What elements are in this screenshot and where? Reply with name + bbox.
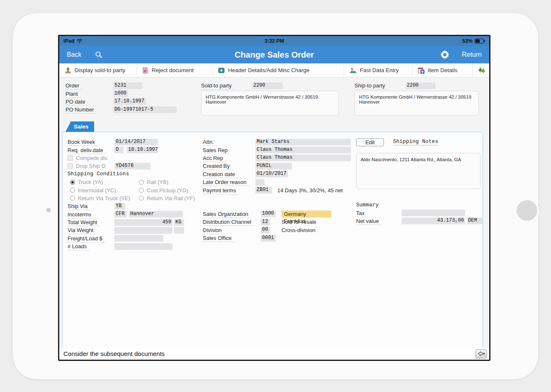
back-button[interactable]: Back (67, 51, 82, 58)
radio-label: Rail (YB) (147, 179, 168, 185)
tab-sales[interactable]: Sales (66, 121, 94, 132)
incoterms-value-field[interactable]: Hannover (129, 211, 183, 218)
wifi-icon (76, 39, 83, 44)
undo-back-button[interactable] (476, 349, 487, 358)
front-camera (46, 208, 51, 212)
net-value-label: Net value (356, 218, 382, 225)
gear-icon[interactable] (440, 50, 449, 59)
sales-office-code-field[interactable]: 0001 (261, 235, 276, 242)
app-window: iPad 3:32 PM 52% Back Change Sales Order (59, 36, 489, 360)
radio-label: Intermodal (YC) (78, 187, 116, 194)
tax-field[interactable] (402, 210, 465, 216)
complete-dlv-checkbox[interactable] (68, 155, 73, 161)
division-description: Cross-division (282, 227, 316, 233)
toolbar-item-label: Display sold-to party (75, 67, 125, 73)
late-order-reason-field[interactable] (255, 179, 265, 186)
total-weight-field[interactable]: 459 (114, 219, 172, 226)
division-code-field[interactable]: 00 (261, 227, 270, 233)
toolbar-item-label: Header Details/Add Misc Charge (228, 67, 310, 73)
dist-channel-description: Sold for resale (282, 219, 316, 225)
attn-field[interactable]: Mark Starks (255, 139, 351, 145)
ship-to-label: Ship-to party (354, 82, 388, 90)
sales-middle-column: Attn: Mark Starks Sales Rep Claus Thomas… (203, 138, 354, 242)
total-weight-unit-field[interactable]: KG (174, 219, 184, 226)
acc-rep-field[interactable]: Claus Thomas (255, 155, 351, 161)
shipping-conditions-label: Shipping Conditions (68, 171, 129, 177)
ship-to-field[interactable]: 2200 (405, 82, 435, 89)
toolbar-header-details[interactable]: Header Details/Add Misc Charge (213, 63, 344, 77)
num-loads-field[interactable] (114, 243, 172, 250)
summary-label: Summary (356, 202, 379, 208)
sales-rep-label: Sales Rep (203, 147, 231, 154)
sales-panel: Book Week 01/14/2017 Req. deliv.date D 1… (62, 132, 483, 348)
order-label: Order (66, 82, 82, 90)
req-deliv-type-field[interactable]: D (114, 147, 124, 153)
book-week-field[interactable]: 01/14/2017 (114, 139, 158, 145)
total-weight-label: Total Weight (68, 219, 100, 226)
sold-to-address[interactable]: HTG Komponente GmbH / Wernerstrasse 42 /… (201, 91, 339, 116)
radio-truck-ya[interactable] (70, 180, 75, 185)
via-weight-unit-field[interactable] (174, 227, 184, 234)
order-field[interactable]: 5231 (113, 82, 142, 89)
content-area: Order 5231 Plant 1000 PO date 17.10.1997… (59, 77, 489, 360)
sales-org-description: Germany Frankfurt (282, 211, 331, 218)
book-week-label: Book Week (68, 139, 98, 146)
plant-field[interactable]: 1000 (113, 90, 128, 97)
edit-button[interactable]: Edit (356, 138, 384, 146)
ship-to-block: Ship-to party 2200 HTG Komponente GmbH /… (354, 82, 481, 116)
po-number-label: PO Number (66, 106, 97, 114)
incoterms-code-field[interactable]: CFR (114, 211, 127, 218)
dist-channel-label: Distribution Channel (203, 219, 254, 226)
freight-load-label: Freight/Load $ (68, 235, 105, 242)
toolbar-item-label: Item Details (428, 67, 457, 73)
status-message: Consider the subsequent documents (63, 350, 476, 357)
return-button[interactable]: Return (462, 51, 482, 58)
po-date-field[interactable]: 17.10.1997 (113, 98, 146, 105)
net-value-field[interactable]: 43.173,00 (402, 218, 465, 224)
po-number-field[interactable]: DG-19971017-5 (113, 106, 177, 113)
dist-channel-code-field[interactable]: 12 (261, 219, 270, 225)
tax-label: Tax (356, 210, 367, 217)
paymnt-terms-description: 14 Days 3%, 30/2%, 45 net (277, 187, 343, 194)
ship-via-field[interactable]: YB (114, 203, 125, 210)
paymnt-terms-code-field[interactable]: ZB01 (255, 187, 272, 194)
sales-rep-field[interactable]: Claus Thomas (255, 147, 351, 153)
sold-to-field[interactable]: 2200 (252, 82, 283, 89)
radio-intermodal-yc[interactable] (70, 188, 75, 193)
toolbar-item-label: Fast Data Entry (360, 67, 399, 73)
toolbar-display-sold-to-party[interactable]: Display sold-to party (59, 63, 137, 77)
creation-date-field[interactable]: 01/10/2017 (255, 171, 288, 177)
shipping-notes-text[interactable]: Aldo Nascimento, 1211 Atlanta Rd., Atlan… (356, 153, 481, 189)
acc-rep-label: Acc Rep (203, 155, 226, 162)
order-header-left: Order 5231 Plant 1000 PO date 17.10.1997… (66, 82, 198, 114)
currency-field[interactable]: DEM (467, 218, 483, 224)
radio-cust-pickup-yd[interactable] (139, 188, 144, 193)
message-bar: Consider the subsequent documents (59, 348, 489, 360)
created-by-field[interactable]: PUNIL (255, 163, 292, 169)
plant-label: Plant (66, 91, 81, 98)
req-deliv-date-field[interactable]: 18.10.1997 (127, 147, 158, 153)
via-weight-field[interactable] (114, 227, 172, 234)
toolbar-reject-document[interactable]: Reject document (137, 63, 213, 77)
radio-rail-yb[interactable] (139, 180, 144, 185)
status-bar: iPad 3:32 PM 52% (59, 36, 489, 46)
header-details-icon (218, 67, 225, 74)
radio-return-via-truck-ye[interactable] (70, 196, 75, 201)
freight-load-field[interactable] (114, 235, 163, 242)
ship-to-address[interactable]: HTG Komponente GmbH / Wernerstrasse 42 /… (354, 91, 479, 116)
drop-ship-checkbox[interactable] (68, 163, 73, 169)
toolbar-fast-data-entry[interactable]: Fast Data Entry (344, 63, 413, 77)
screen: iPad 3:32 PM 52% Back Change Sales Order (58, 35, 490, 361)
toolbar-more-item[interactable] (473, 63, 489, 77)
attn-label: Attn: (203, 139, 217, 146)
toolbar-item-details[interactable]: Item Details (413, 63, 473, 77)
stamp-icon (65, 67, 71, 74)
sales-org-code-field[interactable]: 1000 (261, 211, 276, 217)
home-button[interactable] (515, 198, 539, 223)
search-icon[interactable] (95, 51, 102, 58)
sold-to-label: Sold-to party (201, 82, 235, 90)
drop-ship-field[interactable]: YD4578 (114, 163, 150, 169)
radio-return-via-rail-yf[interactable] (139, 196, 144, 201)
carrier-label: iPad (63, 38, 74, 44)
complete-dlv-label: Complete dlv. (76, 155, 109, 161)
